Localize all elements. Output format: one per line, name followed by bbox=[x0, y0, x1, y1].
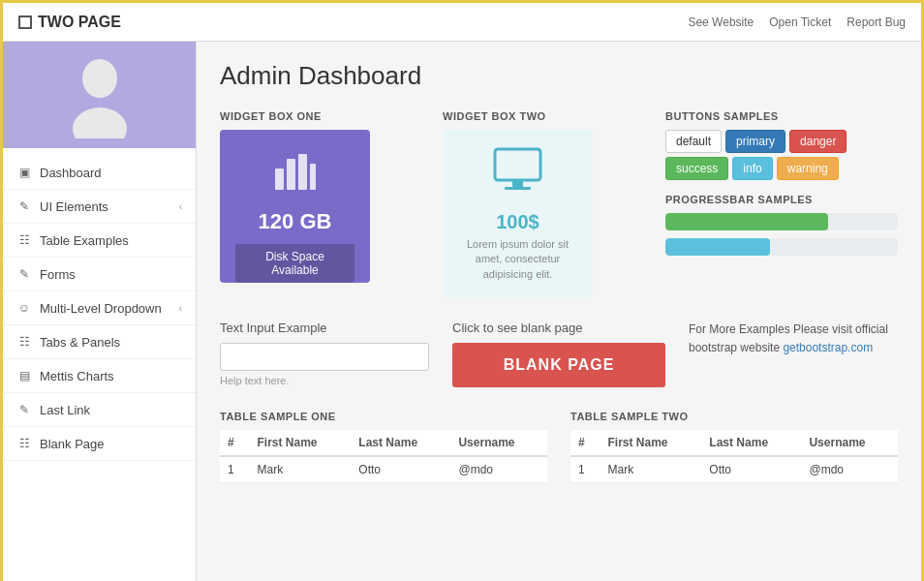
sidebar-label-tabs: Tabs & Panels bbox=[40, 335, 120, 350]
brand-square-icon bbox=[18, 15, 32, 29]
svg-point-1 bbox=[73, 107, 127, 138]
sidebar-label-multi-level: Multi-Level Dropdown bbox=[40, 301, 162, 316]
middle-row: Text Input Example Help text here. Click… bbox=[220, 321, 898, 387]
sidebar-label-dashboard: Dashboard bbox=[40, 166, 102, 180]
sidebar: ▣ Dashboard ✎ UI Elements ‹ ☷ Table Exam… bbox=[3, 42, 197, 581]
progress-bar-two bbox=[665, 238, 898, 256]
top-nav-links: See Website Open Ticket Report Bug bbox=[688, 15, 906, 29]
monitor-icon: ▣ bbox=[16, 165, 32, 180]
sidebar-label-blank-page: Blank Page bbox=[40, 437, 105, 451]
pencil-icon: ✎ bbox=[16, 199, 32, 214]
blank-page-title: Click to see blank page bbox=[452, 321, 665, 335]
btn-success[interactable]: success bbox=[665, 157, 728, 180]
sidebar-item-last-link[interactable]: ✎ Last Link bbox=[3, 393, 196, 427]
edit-icon-last: ✎ bbox=[16, 402, 32, 417]
report-bug-link[interactable]: Report Bug bbox=[847, 15, 906, 29]
blank-page-button[interactable]: BLANK PAGE bbox=[452, 343, 665, 387]
input-section: Text Input Example Help text here. bbox=[220, 321, 429, 386]
table-one-col-lastname: Last Name bbox=[351, 430, 450, 456]
widget-two-value: 100$ bbox=[458, 211, 577, 233]
sidebar-label-mettis: Mettis Charts bbox=[40, 369, 114, 383]
svg-rect-3 bbox=[287, 159, 295, 190]
grid-icon-blank: ☷ bbox=[16, 436, 32, 451]
help-text: Help text here. bbox=[220, 375, 429, 386]
buttons-row: default primary danger success info warn… bbox=[665, 130, 898, 180]
table-two-row1-lastname: Otto bbox=[701, 456, 801, 483]
chart-bar-icon bbox=[235, 149, 354, 201]
btn-primary[interactable]: primary bbox=[725, 130, 785, 153]
widget-box-two: 100$ Lorem ipsum dolor sit amet, consect… bbox=[443, 130, 593, 297]
edit-icon-forms: ✎ bbox=[16, 266, 32, 282]
svg-rect-5 bbox=[310, 164, 316, 190]
blank-page-section: Click to see blank page BLANK PAGE bbox=[452, 321, 665, 387]
table-row: 1 Mark Otto @mdo bbox=[220, 456, 547, 483]
table-one-col-firstname: First Name bbox=[249, 430, 351, 456]
sidebar-avatar bbox=[3, 42, 196, 148]
visit-link[interactable]: getbootstrap.com bbox=[783, 341, 873, 354]
table-two-col-username: Username bbox=[801, 430, 898, 456]
widget-two-description: Lorem ipsum dolor sit amet, consectetur … bbox=[458, 237, 577, 282]
chart-icon: ▤ bbox=[16, 368, 32, 383]
sidebar-item-tabs-panels[interactable]: ☷ Tabs & Panels bbox=[3, 325, 196, 359]
table-one-row1-username: @mdo bbox=[450, 456, 547, 483]
sidebar-item-table-examples[interactable]: ☷ Table Examples bbox=[3, 224, 196, 258]
brand-name: TWO PAGE bbox=[38, 14, 121, 31]
monitor-icon-widget bbox=[458, 145, 577, 203]
grid-icon-tabs: ☷ bbox=[16, 334, 32, 350]
sidebar-navigation: ▣ Dashboard ✎ UI Elements ‹ ☷ Table Exam… bbox=[3, 148, 196, 581]
progressbar-label: PROGRESSBAR SAMPLES bbox=[665, 194, 898, 205]
text-input-example[interactable] bbox=[220, 343, 429, 371]
widget-box-one: 120 GB Disk Space Available bbox=[220, 130, 370, 283]
widget-one-label: WIDGET BOX ONE bbox=[220, 110, 419, 122]
chevron-icon-ui: ‹ bbox=[179, 201, 182, 212]
btn-info[interactable]: info bbox=[732, 157, 772, 180]
widget-two-section: WIDGET BOX TWO 100$ Lorem ipsum dolor si… bbox=[443, 110, 642, 297]
sidebar-item-ui-elements[interactable]: ✎ UI Elements ‹ bbox=[3, 190, 196, 224]
table-one-section: TABLE SAMPLE ONE # First Name Last Name … bbox=[220, 411, 547, 483]
progress-bar-one bbox=[665, 213, 898, 230]
brand: TWO PAGE bbox=[18, 14, 121, 31]
table-row: 1 Mark Otto @mdo bbox=[570, 456, 898, 483]
table-two-row1-num: 1 bbox=[570, 456, 600, 483]
widget-one-description: Disk Space Available bbox=[235, 244, 354, 283]
progress-fill-blue bbox=[665, 238, 770, 256]
btn-danger[interactable]: danger bbox=[789, 130, 847, 153]
widget-row: WIDGET BOX ONE 120 GB Disk Space Availab… bbox=[220, 110, 898, 297]
avatar-icon bbox=[66, 51, 134, 138]
sidebar-item-forms[interactable]: ✎ Forms bbox=[3, 258, 196, 291]
btn-warning[interactable]: warning bbox=[777, 157, 839, 180]
buttons-label: BUTTONS SAMPLES bbox=[665, 110, 898, 122]
sidebar-label-last-link: Last Link bbox=[40, 403, 90, 417]
widget-one-value: 120 GB bbox=[235, 209, 354, 234]
table-one-col-username: Username bbox=[450, 430, 547, 456]
table-two: # First Name Last Name Username 1 Mark O… bbox=[570, 430, 898, 483]
table-one: # First Name Last Name Username 1 Mark O… bbox=[220, 430, 547, 483]
users-icon: ☺ bbox=[16, 300, 32, 316]
svg-point-0 bbox=[82, 59, 117, 98]
svg-rect-6 bbox=[495, 149, 540, 180]
svg-rect-2 bbox=[275, 168, 284, 190]
table-one-col-num: # bbox=[220, 430, 249, 456]
sidebar-item-mettis-charts[interactable]: ▤ Mettis Charts bbox=[3, 359, 196, 393]
visit-section: For More Examples Please visit official … bbox=[689, 321, 898, 357]
top-navbar: TWO PAGE See Website Open Ticket Report … bbox=[3, 3, 921, 42]
sidebar-item-dashboard[interactable]: ▣ Dashboard bbox=[3, 156, 196, 190]
svg-rect-4 bbox=[298, 154, 307, 190]
sidebar-item-multi-level[interactable]: ☺ Multi-Level Dropdown ‹ bbox=[3, 291, 196, 325]
table-two-col-num: # bbox=[570, 430, 600, 456]
buttons-section: BUTTONS SAMPLES default primary danger s… bbox=[665, 110, 898, 297]
see-website-link[interactable]: See Website bbox=[688, 15, 754, 29]
grid-icon-table: ☷ bbox=[16, 232, 32, 248]
btn-default[interactable]: default bbox=[665, 130, 722, 153]
table-one-title: TABLE SAMPLE ONE bbox=[220, 411, 547, 422]
progress-fill-green bbox=[665, 213, 828, 230]
sidebar-label-table-examples: Table Examples bbox=[40, 233, 129, 248]
sidebar-item-blank-page[interactable]: ☷ Blank Page bbox=[3, 427, 196, 461]
open-ticket-link[interactable]: Open Ticket bbox=[769, 15, 831, 29]
main-layout: ▣ Dashboard ✎ UI Elements ‹ ☷ Table Exam… bbox=[3, 42, 921, 581]
table-one-row1-num: 1 bbox=[220, 456, 249, 483]
svg-rect-7 bbox=[512, 180, 523, 187]
sidebar-label-forms: Forms bbox=[40, 267, 76, 282]
tables-row: TABLE SAMPLE ONE # First Name Last Name … bbox=[220, 411, 898, 483]
sidebar-label-ui-elements: UI Elements bbox=[40, 199, 108, 214]
